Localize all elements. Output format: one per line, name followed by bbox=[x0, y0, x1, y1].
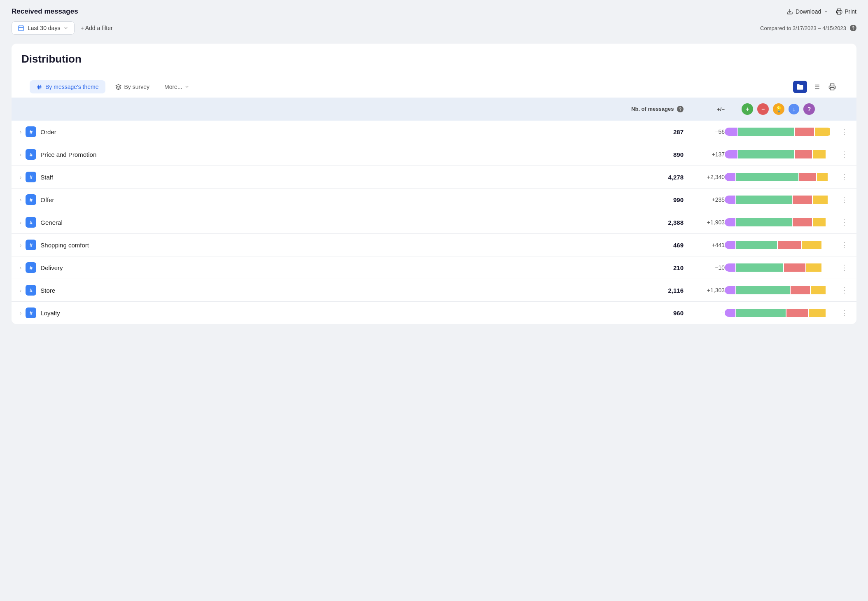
comparison-range: Compared to 3/17/2023 – 4/15/2023 ? bbox=[760, 25, 856, 31]
table-row: › # Delivery 210 −10 ⋮ bbox=[12, 256, 856, 279]
distribution-title: Distribution bbox=[21, 53, 847, 65]
row-name-price: Price and Promotion bbox=[40, 151, 96, 158]
row-name-order: Order bbox=[40, 128, 56, 135]
page-title: Received messages bbox=[12, 7, 78, 16]
theme-icon-store: # bbox=[26, 285, 36, 296]
row-more-price[interactable]: ⋮ bbox=[832, 150, 848, 159]
expand-icon[interactable]: › bbox=[20, 219, 21, 226]
bar-yellow bbox=[815, 128, 830, 136]
th-messages: Nb. of mes­sages ? bbox=[618, 106, 684, 113]
folder-icon bbox=[796, 83, 804, 91]
row-more-general[interactable]: ⋮ bbox=[832, 218, 848, 227]
compared-label: Compared to 3/17/2023 – 4/15/2023 bbox=[760, 25, 846, 31]
row-count-store: 2,116 bbox=[618, 287, 684, 294]
row-more-store[interactable]: ⋮ bbox=[832, 286, 848, 295]
tabs-right bbox=[793, 81, 838, 93]
download-button[interactable]: Download bbox=[786, 8, 828, 15]
table-header: Nb. of mes­sages ? +/− + − 💡 ↓ ? bbox=[12, 98, 856, 121]
bar-yellow bbox=[813, 218, 826, 226]
bar-yellow bbox=[811, 286, 826, 294]
theme-icon-general: # bbox=[26, 217, 36, 228]
help-icon: ? bbox=[850, 25, 856, 31]
theme-icon-shopping: # bbox=[26, 240, 36, 250]
row-more-order[interactable]: ⋮ bbox=[832, 127, 848, 136]
row-diff-offer: +235 bbox=[684, 196, 725, 203]
row-diff-loyalty: − bbox=[684, 310, 725, 316]
row-label-shopping: › # Shopping comfort bbox=[20, 240, 618, 250]
date-range-label: Last 30 days bbox=[28, 25, 60, 31]
bar-purple bbox=[725, 128, 737, 136]
bar-green bbox=[736, 263, 783, 272]
bar-yellow bbox=[806, 263, 821, 272]
table-row: › # General 2,388 +1,903 ⋮ bbox=[12, 211, 856, 234]
row-more-staff[interactable]: ⋮ bbox=[832, 172, 848, 182]
row-more-shopping[interactable]: ⋮ bbox=[832, 240, 848, 249]
bar-red bbox=[793, 196, 812, 204]
bar-red bbox=[795, 128, 814, 136]
bar-purple bbox=[725, 241, 735, 249]
row-count-staff: 4,278 bbox=[618, 174, 684, 181]
expand-icon[interactable]: › bbox=[20, 265, 21, 271]
row-more-delivery[interactable]: ⋮ bbox=[832, 263, 848, 272]
svg-line-8 bbox=[38, 84, 39, 89]
expand-icon[interactable]: › bbox=[20, 287, 21, 294]
row-more-loyalty[interactable]: ⋮ bbox=[832, 308, 848, 317]
row-diff-store: +1,303 bbox=[684, 287, 725, 294]
row-label-loyalty: › # Loyalty bbox=[20, 307, 618, 318]
chevron-down-icon bbox=[184, 84, 189, 89]
row-diff-shopping: +441 bbox=[684, 242, 725, 248]
expand-icon[interactable]: › bbox=[20, 197, 21, 203]
svg-rect-2 bbox=[19, 26, 23, 31]
row-label-staff: › # Staff bbox=[20, 172, 618, 182]
download-label: Download bbox=[796, 8, 821, 15]
idea-sentiment-icon: 💡 bbox=[773, 103, 784, 115]
row-name-store: Store bbox=[40, 287, 55, 294]
tab-more-button[interactable]: More... bbox=[159, 80, 194, 93]
layers-icon bbox=[115, 84, 121, 90]
bar-purple bbox=[725, 173, 735, 181]
theme-icon-offer: # bbox=[26, 194, 36, 205]
add-filter-button[interactable]: + Add a filter bbox=[80, 25, 112, 31]
table-row: › # Store 2,116 +1,303 ⋮ bbox=[12, 279, 856, 302]
theme-icon-price: # bbox=[26, 149, 36, 160]
distribution-section: Distribution By message's theme By surve… bbox=[12, 44, 856, 324]
row-count-loyalty: 960 bbox=[618, 310, 684, 317]
expand-icon[interactable]: › bbox=[20, 129, 21, 135]
th-sentiment: + − 💡 ↓ ? bbox=[725, 103, 832, 115]
expand-icon[interactable]: › bbox=[20, 174, 21, 180]
svg-marker-10 bbox=[116, 84, 121, 87]
tab-by-survey[interactable]: By survey bbox=[109, 80, 156, 93]
date-range-button[interactable]: Last 30 days bbox=[12, 21, 75, 35]
row-name-delivery: Delivery bbox=[40, 264, 63, 271]
list-view-button[interactable] bbox=[810, 81, 823, 93]
tab-by-message-theme[interactable]: By message's theme bbox=[30, 80, 105, 93]
bar-green bbox=[736, 309, 786, 317]
bar-green bbox=[736, 196, 792, 204]
bar-green bbox=[738, 128, 794, 136]
expand-icon[interactable]: › bbox=[20, 242, 21, 248]
row-count-shopping: 469 bbox=[618, 242, 684, 249]
row-more-offer[interactable]: ⋮ bbox=[832, 195, 848, 204]
row-label-offer: › # Offer bbox=[20, 194, 618, 205]
question-sentiment-icon: ? bbox=[803, 103, 815, 115]
print-table-button[interactable] bbox=[826, 81, 838, 93]
bar-red bbox=[786, 309, 808, 317]
row-bar-shopping bbox=[725, 241, 832, 249]
table-body: › # Order 287 −56 ⋮ › # bbox=[12, 121, 856, 324]
row-name-staff: Staff bbox=[40, 174, 53, 181]
table-row: › # Loyalty 960 − ⋮ bbox=[12, 302, 856, 324]
bar-yellow bbox=[802, 241, 821, 249]
row-name-general: General bbox=[40, 219, 62, 226]
folder-view-button[interactable] bbox=[793, 81, 807, 93]
expand-icon[interactable]: › bbox=[20, 310, 21, 316]
filter-bar-left: Last 30 days + Add a filter bbox=[12, 21, 113, 35]
row-bar-offer bbox=[725, 196, 832, 204]
row-diff-order: −56 bbox=[684, 128, 725, 135]
row-diff-general: +1,903 bbox=[684, 219, 725, 226]
expand-icon[interactable]: › bbox=[20, 151, 21, 158]
bar-purple bbox=[725, 263, 735, 272]
print-button[interactable]: Print bbox=[836, 8, 856, 15]
row-count-general: 2,388 bbox=[618, 219, 684, 226]
row-count-offer: 990 bbox=[618, 196, 684, 203]
row-label-order: › # Order bbox=[20, 126, 618, 137]
